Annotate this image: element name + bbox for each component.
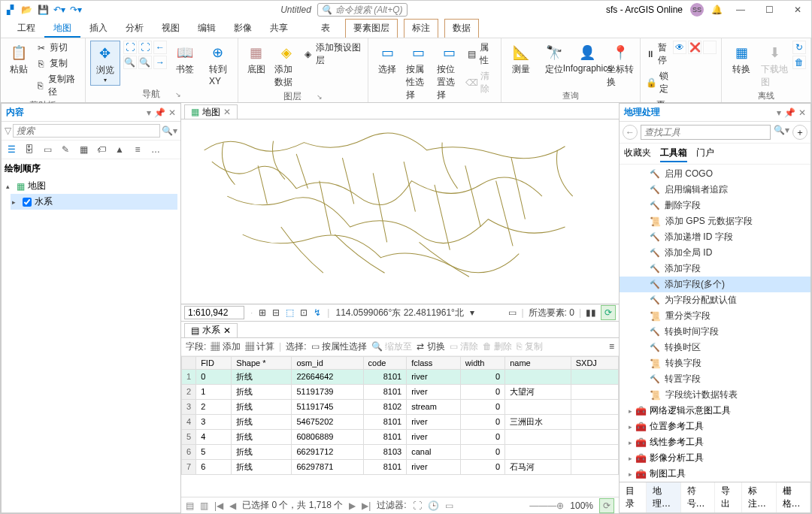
gp-options-icon[interactable]: ▾	[777, 107, 781, 118]
gp-tool-item[interactable]: 🔨添加字段	[620, 261, 810, 277]
col-header[interactable]: FID	[196, 356, 232, 369]
attr-tab[interactable]: ▤ 水系 ✕	[184, 323, 238, 337]
pause-draw-icon[interactable]: ▮▮	[586, 307, 596, 318]
contents-pin-icon[interactable]: 📌	[154, 107, 165, 118]
notifications-icon[interactable]: 🔔	[711, 5, 723, 15]
btab-gp[interactable]: 地理…	[647, 482, 681, 512]
contents-search-go[interactable]: 🔍▾	[162, 125, 177, 136]
scale-input[interactable]	[184, 306, 244, 319]
list-snap-icon[interactable]: ▦	[77, 143, 90, 156]
gp-toolbox-item[interactable]: ▸🧰影像分析工具	[620, 450, 810, 466]
last-icon[interactable]: ▶|	[362, 500, 371, 511]
table-row[interactable]: 76折线662978718101river0石马河	[182, 459, 619, 474]
show-all-icon[interactable]: ▤	[186, 500, 194, 511]
context-tab-data[interactable]: 数据	[444, 19, 479, 38]
gp-toolbox-item[interactable]: ▸🧰位置参考工具	[620, 419, 810, 434]
select-button[interactable]: ▭选择	[373, 41, 401, 77]
gp-tool-item[interactable]: 🔨为字段分配默认值	[620, 292, 810, 308]
prev-icon[interactable]: ◀	[229, 500, 236, 511]
contents-close-icon[interactable]: ✕	[168, 107, 176, 118]
explore-button[interactable]: ✥浏览▾	[90, 41, 120, 86]
view-grid-icon[interactable]: ⊞	[259, 307, 266, 318]
minimize-button[interactable]: —	[730, 5, 751, 15]
tab-edit[interactable]: 编辑	[189, 19, 225, 38]
tab-analysis[interactable]: 分析	[117, 19, 153, 38]
selbyattr-button[interactable]: ▭ 按属性选择	[311, 340, 367, 353]
btab-export[interactable]: 导出	[715, 482, 742, 512]
command-search[interactable]: 🔍命令搜索 (Alt+Q)	[317, 3, 408, 17]
tab-insert[interactable]: 插入	[80, 19, 117, 38]
maximize-button[interactable]: ☐	[759, 5, 780, 15]
list-selection-icon[interactable]: ▭	[41, 143, 54, 156]
delete-button[interactable]: 🗑 删除	[483, 340, 512, 353]
gp-add-icon[interactable]: ＋	[792, 125, 807, 140]
filter-time-icon[interactable]: 🕒	[428, 500, 439, 511]
user-avatar[interactable]: SS	[690, 3, 704, 17]
zoomto-button[interactable]: 🔍 缩放至	[371, 340, 412, 353]
gp-toolbox-item[interactable]: ▸🧰线性参考工具	[620, 434, 810, 450]
redo-icon[interactable]: ↷▾	[70, 4, 82, 16]
list-source-icon[interactable]: 🗄	[23, 143, 36, 156]
list-label-icon[interactable]: 🏷	[95, 143, 108, 156]
attr-table[interactable]: FIDShape *osm_idcodefclasswidthnameSXDJ …	[181, 356, 619, 475]
dyn-icon[interactable]: ↯	[314, 307, 321, 318]
table-row[interactable]: 43折线546752028101river0三洲田水	[182, 414, 619, 429]
context-tab-featurelayer[interactable]: 要素图层	[345, 19, 398, 38]
attr-table-wrap[interactable]: FIDShape *osm_idcodefclasswidthnameSXDJ …	[181, 356, 619, 497]
toc-layer-item[interactable]: ▸ 水系	[11, 194, 177, 210]
copypath-button[interactable]: ⎘复制路径	[35, 72, 80, 99]
layer-visibility-checkbox[interactable]	[23, 198, 32, 207]
next-icon[interactable]: ▶	[349, 500, 356, 511]
clearsel-button[interactable]: ⌫清除	[466, 69, 497, 96]
btab-symbology[interactable]: 符号…	[681, 482, 716, 512]
close-button[interactable]: ✕	[787, 5, 808, 15]
clear-button[interactable]: ▭ 清除	[450, 340, 478, 353]
map-tab[interactable]: ▦ 地图 ✕	[184, 104, 238, 119]
gp-tab-portal[interactable]: 门户	[696, 145, 714, 162]
gp-tool-item[interactable]: 🔨添加字段(多个)	[620, 277, 810, 292]
coord-dropdown-icon[interactable]: ▾	[470, 307, 474, 318]
copy-button[interactable]: ⎘ 复制	[517, 340, 542, 353]
col-header[interactable]: fclass	[407, 356, 461, 369]
gp-tab-toolbox[interactable]: 工具箱	[660, 145, 687, 162]
nav-mini-grid[interactable]: ⛶⛶← 🔍🔍→	[123, 41, 167, 69]
adddata-button[interactable]: ◈添加数据	[273, 41, 300, 90]
attributes-button[interactable]: ▤属性	[466, 41, 497, 68]
gp-tool-item[interactable]: 📜字段统计数据转表	[620, 387, 810, 403]
table-row[interactable]: 21折线511917398101river0大望河	[182, 384, 619, 399]
refresh-icon[interactable]: ⟳	[601, 305, 616, 320]
btab-raster[interactable]: 栅格…	[777, 482, 811, 512]
gp-tool-item[interactable]: 📜添加 GPS 元数据字段	[620, 213, 810, 229]
gp-tool-item[interactable]: 🔨启用 COGO	[620, 166, 810, 182]
view-rotate-icon[interactable]: ⊟	[272, 307, 280, 318]
open-icon[interactable]: 📂	[20, 4, 32, 16]
lock-label-button[interactable]: 🔒锁定	[645, 69, 670, 96]
offline-mini[interactable]: ↻ 🗑	[792, 41, 806, 69]
undo-icon[interactable]: ↶▾	[53, 4, 65, 16]
contents-options-icon[interactable]: ▾	[147, 107, 151, 118]
convert-button[interactable]: ▦转换	[726, 41, 756, 77]
basemap-button[interactable]: ▦底图	[243, 41, 270, 77]
layer-launcher-icon[interactable]: ↘	[317, 93, 323, 101]
coordconv-button[interactable]: 📍坐标转换	[605, 41, 635, 90]
map-canvas[interactable]	[181, 119, 619, 304]
gp-search-go-icon[interactable]: 🔍▾	[774, 125, 789, 140]
gp-tool-item[interactable]: 🔨删除字段	[620, 198, 810, 213]
infographics-button[interactable]: 👤Infographics	[572, 41, 602, 75]
contents-search-input[interactable]	[13, 124, 160, 138]
gp-tree[interactable]: 🔨启用 COGO🔨启用编辑者追踪🔨删除字段📜添加 GPS 元数据字段🔨添加递增 …	[620, 165, 810, 482]
nav-launcher-icon[interactable]: ↘	[175, 91, 181, 98]
selection-chip-icon[interactable]: ▭	[508, 307, 517, 318]
tab-share[interactable]: 共享	[261, 19, 297, 38]
attr-menu-icon[interactable]: ≡	[609, 341, 614, 352]
col-header[interactable]: name	[505, 356, 571, 369]
btab-catalog[interactable]: 目录	[620, 482, 647, 512]
filter-icon[interactable]: ▽	[5, 125, 11, 136]
gp-toolbox-item[interactable]: ▸🧰网络逻辑示意图工具	[620, 403, 810, 419]
col-header[interactable]: osm_id	[292, 356, 363, 369]
table-row[interactable]: 32折线511917458102stream0	[182, 399, 619, 414]
addpreset-button[interactable]: ◈添加预设图层	[302, 41, 363, 68]
col-header[interactable]: SXDJ	[571, 356, 618, 369]
grid-icon[interactable]: ⊡	[300, 307, 308, 318]
gp-tool-item[interactable]: 🔨添加全局 ID	[620, 245, 810, 261]
